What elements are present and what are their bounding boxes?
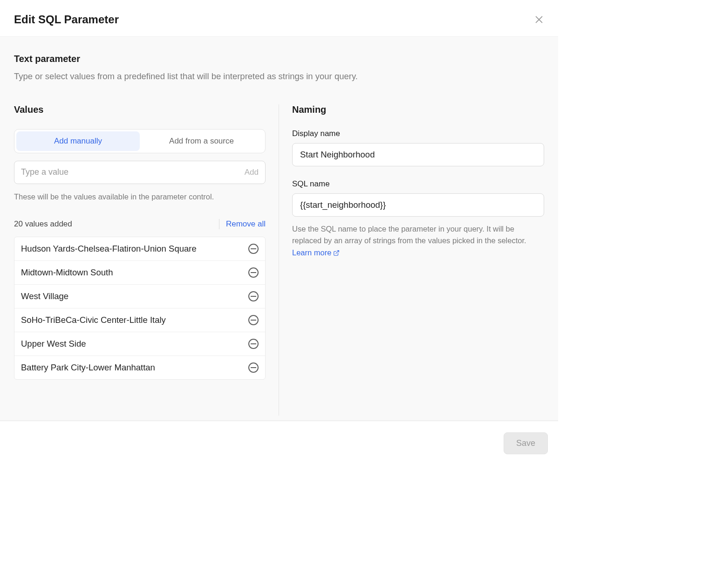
add-value-button[interactable]: Add	[245, 168, 259, 177]
remove-item-icon[interactable]	[248, 362, 259, 373]
display-name-input[interactable]	[292, 143, 544, 166]
remove-item-icon[interactable]	[248, 267, 259, 278]
remove-item-icon[interactable]	[248, 291, 259, 301]
parameter-type-description: Type or select values from a predefined …	[14, 70, 544, 83]
close-icon	[534, 14, 544, 25]
list-item-label: SoHo-TriBeCa-Civic Center-Little Italy	[21, 315, 166, 325]
display-name-label: Display name	[292, 129, 544, 138]
parameter-type-title: Text parameter	[14, 54, 544, 64]
values-list[interactable]: Hudson Yards-Chelsea-Flatiron-Union Squa…	[14, 237, 266, 380]
learn-more-link[interactable]: Learn more	[292, 247, 340, 259]
list-item: Hudson Yards-Chelsea-Flatiron-Union Squa…	[14, 237, 265, 261]
list-item-label: Upper West Side	[21, 339, 86, 349]
tab-add-from-source[interactable]: Add from a source	[140, 131, 263, 151]
values-list-header: 20 values added Remove all	[14, 219, 266, 229]
values-panel: Values Add manually Add from a source Ad…	[14, 104, 279, 416]
values-title: Values	[14, 104, 266, 115]
close-button[interactable]	[534, 14, 544, 25]
remove-item-icon[interactable]	[248, 339, 259, 349]
list-item-label: Battery Park City-Lower Manhattan	[21, 362, 155, 373]
naming-panel: Naming Display name SQL name Use the SQL…	[279, 104, 544, 416]
value-input-row: Add	[14, 161, 266, 184]
modal-body: Text parameter Type or select values fro…	[0, 37, 558, 420]
save-button[interactable]: Save	[504, 432, 548, 454]
sql-name-help: Use the SQL name to place the parameter …	[292, 223, 544, 259]
modal-header: Edit SQL Parameter	[0, 0, 558, 37]
remove-item-icon[interactable]	[248, 315, 259, 325]
modal-footer: Save	[0, 420, 558, 465]
value-input[interactable]	[21, 167, 245, 177]
remove-item-icon[interactable]	[248, 244, 259, 254]
list-item: SoHo-TriBeCa-Civic Center-Little Italy	[14, 308, 265, 332]
tab-add-manually[interactable]: Add manually	[16, 131, 140, 151]
divider	[219, 219, 219, 229]
values-hint: These will be the values available in th…	[14, 192, 266, 201]
sql-name-label: SQL name	[292, 179, 544, 189]
list-item-label: Midtown-Midtown South	[21, 267, 113, 278]
external-link-icon	[333, 250, 340, 256]
add-mode-toggle: Add manually Add from a source	[14, 129, 266, 153]
list-item: Upper West Side	[14, 332, 265, 356]
list-item-label: West Village	[21, 291, 68, 301]
values-count: 20 values added	[14, 219, 72, 229]
list-item: West Village	[14, 285, 265, 308]
sql-name-input[interactable]	[292, 193, 544, 217]
list-item-label: Hudson Yards-Chelsea-Flatiron-Union Squa…	[21, 244, 197, 254]
remove-all-button[interactable]: Remove all	[226, 219, 266, 229]
naming-title: Naming	[292, 104, 544, 115]
svg-line-2	[336, 250, 339, 253]
list-item: Midtown-Midtown South	[14, 261, 265, 285]
list-item: Battery Park City-Lower Manhattan	[14, 356, 265, 379]
modal-title: Edit SQL Parameter	[14, 13, 119, 26]
